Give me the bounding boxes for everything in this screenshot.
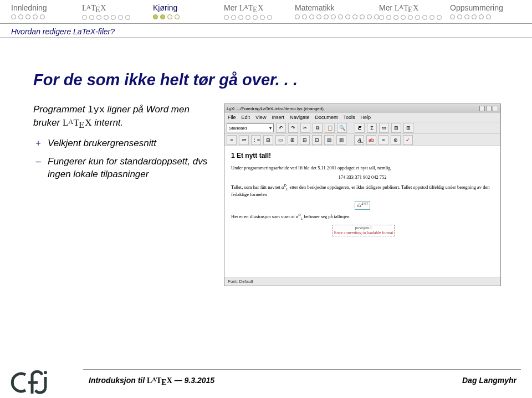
nav-label: Matematikk xyxy=(295,3,335,12)
nav-label: Oppsummering xyxy=(450,3,503,12)
bullet-minus: – Fungerer kun for standardoppsett, dvs … xyxy=(33,156,211,181)
list-desc-icon[interactable]: ⋮≡ xyxy=(251,135,261,145)
paragraph-style-select[interactable]: Standard▾ xyxy=(227,123,274,132)
status-font: Font: Default xyxy=(228,279,253,284)
box-icon[interactable]: ⊞ xyxy=(288,135,298,145)
slide-footer: Introduksjon til LATEX — 9.3.2015 Dag La… xyxy=(0,365,532,398)
maximize-icon[interactable] xyxy=(486,106,492,111)
copy-icon[interactable]: ⧉ xyxy=(313,123,323,133)
intro-paragraph: Programmet lyx ligner på Word men bruker… xyxy=(33,104,211,130)
list-numbered-icon[interactable]: ≡ xyxy=(227,135,237,145)
lyx-menubar: File Edit View Insert Navigate Document … xyxy=(224,113,500,122)
subsection-title: Hvordan redigere LaTeX-filer? xyxy=(0,24,532,37)
progress-dots xyxy=(82,15,130,20)
box5-icon[interactable]: ▥ xyxy=(336,135,346,145)
bullet-text: Fungerer kun for standardoppsett, dvs in… xyxy=(48,156,211,181)
progress-dots xyxy=(450,14,491,19)
footer-title: Introduksjon til LATEX — 9.3.2015 xyxy=(89,376,214,385)
ifi-logo xyxy=(10,368,71,395)
menu-tools[interactable]: Tools xyxy=(343,115,355,120)
doc-heading: 1 Et nytt tall! xyxy=(231,152,494,159)
doc-formula: √22^57 xyxy=(231,201,494,210)
lyx-toolbar-2: ≡ ≔ ⋮≡ ⊟ ▭ ⊞ ⊟ ⊡ ▤ ▥ A͟ ab ≡ ⊗ xyxy=(224,134,500,146)
depth-dec-icon[interactable]: ⊟ xyxy=(263,135,273,145)
progress-dots xyxy=(295,14,379,19)
progress-dots xyxy=(379,15,442,20)
spellcheck-icon[interactable]: ✓ xyxy=(403,135,413,145)
bullet-text: Velkjent brukergrensesnitt xyxy=(48,137,156,150)
footer-author: Dag Langmyhr xyxy=(462,376,516,385)
menu-navigate[interactable]: Navigate xyxy=(290,115,310,120)
paste-icon[interactable]: 📋 xyxy=(325,123,335,133)
box4-icon[interactable]: ▤ xyxy=(324,135,334,145)
find-icon[interactable]: 🔍 xyxy=(337,123,347,133)
progress-dots xyxy=(11,14,45,19)
nav-label: Kjøring xyxy=(153,3,177,12)
list-bullet-icon[interactable]: ≔ xyxy=(239,135,249,145)
undo-icon[interactable]: ↶ xyxy=(276,123,286,133)
nav-tab-matematikk[interactable]: Matematikk xyxy=(295,3,379,20)
emph2-icon[interactable]: A͟ xyxy=(354,135,364,145)
emph-icon[interactable]: E xyxy=(355,123,365,133)
doc-number: 174 333 371 902 042 752 xyxy=(231,174,494,180)
font-icon[interactable]: fnt xyxy=(379,123,389,133)
nav-tab-merlatex1[interactable]: Mer LATEX xyxy=(224,3,295,20)
lyx-window-title: LyX: .../Foredrag/LaTeX-intro/demo.lyx (… xyxy=(227,106,324,111)
menu-view[interactable]: View xyxy=(255,115,266,120)
doc-p2: Tallet, som har fått navnet αDL etter de… xyxy=(231,184,494,198)
nav-label: Mer LATEX xyxy=(224,3,263,13)
redo-icon[interactable]: ↷ xyxy=(288,123,298,133)
nav-tab-oppsummering[interactable]: Oppsummering xyxy=(450,3,521,20)
misc-icon[interactable]: ⊗ xyxy=(391,135,401,145)
box3-icon[interactable]: ⊡ xyxy=(312,135,322,145)
box2-icon[interactable]: ⊟ xyxy=(300,135,310,145)
figure-icon[interactable]: ⊞ xyxy=(403,123,413,133)
menu-help[interactable]: Help xyxy=(360,115,371,120)
slide-body: For de som ikke helt tør gå over. . . Pr… xyxy=(0,38,532,398)
doc-p1: Under programmeringsarbeide ved Ifi ble … xyxy=(231,165,494,171)
section-nav: Innledning LATEX Kjøring Mer LATEX Matem… xyxy=(0,0,532,21)
menu-file[interactable]: File xyxy=(228,115,236,120)
divider xyxy=(83,369,521,370)
svg-point-3 xyxy=(44,371,47,374)
nav-tab-kjoring[interactable]: Kjøring xyxy=(153,3,224,20)
nav-tab-innledning[interactable]: Innledning xyxy=(11,3,82,20)
lyx-screenshot: LyX: .../Foredrag/LaTeX-intro/demo.lyx (… xyxy=(224,104,501,286)
minimize-icon[interactable] xyxy=(479,106,485,111)
bullet-plus: + Velkjent brukergrensesnitt xyxy=(33,137,211,150)
math-icon[interactable]: Σ xyxy=(367,123,377,133)
lyx-statusbar: Font: Default xyxy=(224,277,500,286)
doc-figure-placeholder: posisjon.1Error converting to loadable f… xyxy=(231,225,494,237)
nav-label: Innledning xyxy=(11,3,47,12)
cut-icon[interactable]: ✂ xyxy=(300,123,310,133)
noun-icon[interactable]: ab xyxy=(366,135,376,145)
nav-tab-merlatex2[interactable]: Mer LATEX xyxy=(379,3,450,20)
menu-edit[interactable]: Edit xyxy=(242,115,250,120)
lyx-window-titlebar: LyX: .../Foredrag/LaTeX-intro/demo.lyx (… xyxy=(224,104,500,113)
depth-inc-icon[interactable]: ▭ xyxy=(275,135,285,145)
left-column: Programmet lyx ligner på Word men bruker… xyxy=(33,104,211,187)
close-icon[interactable] xyxy=(493,106,498,111)
lyx-toolbar-1: Standard▾ ↶ ↷ ✂ ⧉ 📋 🔍 E Σ fnt ⊞ ⊞ xyxy=(224,122,500,134)
nav-tab-latex[interactable]: LATEX xyxy=(82,3,153,20)
program-name: lyx xyxy=(88,105,105,115)
progress-dots xyxy=(153,14,180,19)
bullet-marker: – xyxy=(33,156,41,181)
table-icon[interactable]: ⊞ xyxy=(391,123,401,133)
bullet-marker: + xyxy=(33,137,41,150)
align-icon[interactable]: ≡ xyxy=(378,135,388,145)
nav-label: Mer LATEX xyxy=(379,3,418,13)
lyx-document-area[interactable]: 1 Et nytt tall! Under programmeringsarbe… xyxy=(224,146,500,277)
chevron-down-icon: ▾ xyxy=(269,126,272,131)
doc-p3: Her er en illustrasjon som viser at αDL … xyxy=(231,213,494,221)
progress-dots xyxy=(224,15,272,20)
menu-insert[interactable]: Insert xyxy=(272,115,284,120)
menu-document[interactable]: Document xyxy=(315,115,337,120)
slide-title: For de som ikke helt tør gå over. . . xyxy=(33,71,504,89)
right-column: LyX: .../Foredrag/LaTeX-intro/demo.lyx (… xyxy=(224,104,504,286)
nav-label: LATEX xyxy=(82,3,106,13)
